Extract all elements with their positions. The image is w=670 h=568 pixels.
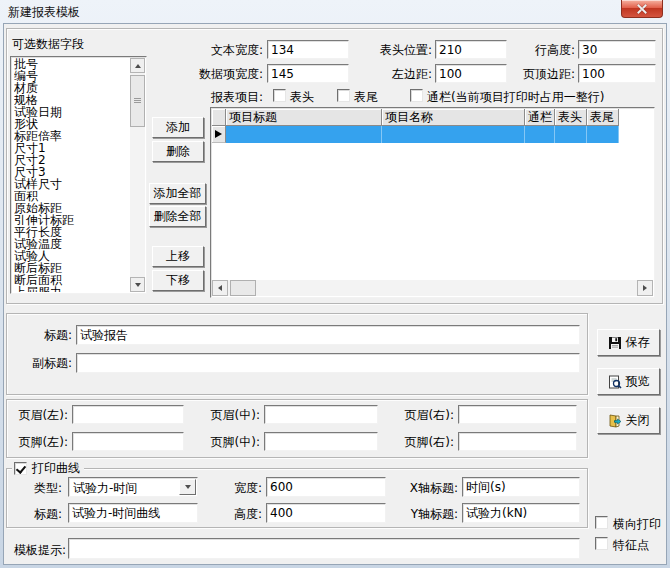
table-footer-checkbox[interactable] (337, 89, 350, 102)
close-window-button[interactable] (621, 0, 663, 18)
scrollbar-thumb[interactable] (130, 75, 145, 127)
fields-listbox[interactable]: 批号编号材质规格试验日期形状标距倍率尺寸1尺寸2尺寸3试样尺寸面积原始标距引伸计… (10, 56, 147, 294)
curve-height-input[interactable] (266, 503, 386, 523)
add-all-button[interactable]: 添加全部 (149, 183, 206, 204)
full-row-checkbox[interactable] (410, 89, 423, 102)
header-left-input[interactable] (72, 405, 184, 424)
report-subtitle-label: 副标题: (14, 356, 72, 370)
list-item[interactable]: 原始标距 (14, 202, 129, 214)
list-item[interactable]: 形状 (14, 118, 129, 130)
footer-center-input[interactable] (264, 432, 378, 451)
list-item[interactable]: 尺寸3 (14, 166, 129, 178)
header-pos-input[interactable] (435, 40, 507, 59)
dialog-window: 新建报表模板 可选数据字段 批号编号材质规格试验日期形状标距倍率尺寸1尺寸2尺寸… (0, 0, 670, 568)
add-all-button-label: 添加全部 (154, 185, 202, 202)
yaxis-title-input[interactable] (462, 503, 580, 523)
close-button[interactable]: 关闭 (597, 407, 660, 434)
table-header-checkbox-label: 表头 (290, 90, 314, 104)
row-height-input[interactable] (578, 40, 656, 59)
scroll-down-button[interactable] (130, 277, 145, 292)
footer-right-input[interactable] (458, 432, 577, 451)
column-header-item-title: 项目标题 (226, 109, 382, 126)
data-width-input[interactable] (267, 64, 349, 83)
scroll-up-button[interactable] (130, 58, 145, 73)
list-item[interactable]: 批号 (14, 58, 129, 70)
selected-cell[interactable] (382, 126, 525, 143)
list-item[interactable]: 平行长度 (14, 226, 129, 238)
list-item[interactable]: 尺寸2 (14, 154, 129, 166)
current-row-indicator (212, 126, 226, 143)
fields-list: 批号编号材质规格试验日期形状标距倍率尺寸1尺寸2尺寸3试样尺寸面积原始标距引伸计… (14, 58, 129, 292)
preview-button[interactable]: 预览 (597, 368, 660, 395)
list-item[interactable]: 引伸计标距 (14, 214, 129, 226)
header-right-input[interactable] (458, 405, 577, 424)
header-center-input[interactable] (264, 405, 378, 424)
list-item[interactable]: 试验人 (14, 250, 129, 262)
selected-cell[interactable] (555, 126, 587, 143)
move-down-button[interactable]: 下移 (152, 270, 204, 291)
list-item[interactable]: 尺寸1 (14, 142, 129, 154)
hscrollbar-thumb[interactable] (230, 280, 256, 296)
xaxis-title-label: X轴标题: (398, 481, 458, 495)
list-item[interactable]: 规格 (14, 94, 129, 106)
list-item[interactable]: 材质 (14, 82, 129, 94)
left-margin-input[interactable] (435, 64, 507, 83)
list-item[interactable]: 标距倍率 (14, 130, 129, 142)
table-footer-checkbox-label: 表尾 (354, 90, 378, 104)
list-item[interactable]: 上屈服力 (14, 286, 129, 292)
dropdown-button[interactable] (179, 479, 196, 495)
feature-points-label: 特征点 (613, 538, 649, 552)
report-subtitle-input[interactable] (76, 353, 580, 373)
scroll-left-button[interactable] (212, 280, 228, 296)
column-header-fullrow: 通栏 (525, 109, 555, 126)
exit-door-icon (608, 414, 622, 428)
current-row-icon (215, 130, 222, 138)
curve-type-select[interactable]: 试验力-时间 (68, 477, 198, 497)
data-width-label: 数据项宽度: (176, 67, 263, 81)
list-item[interactable]: 试验日期 (14, 106, 129, 118)
footer-left-label: 页脚(左): (8, 435, 68, 449)
curve-title-label: 标题: (28, 507, 62, 521)
save-button[interactable]: 保存 (597, 329, 660, 356)
add-button[interactable]: 添加 (152, 117, 204, 138)
header-center-label: 页眉(中): (200, 408, 260, 422)
text-width-input[interactable] (267, 40, 349, 59)
selected-cell[interactable] (525, 126, 555, 143)
table-row[interactable] (212, 126, 619, 143)
xaxis-title-input[interactable] (462, 477, 580, 497)
footer-center-label: 页脚(中): (200, 435, 260, 449)
scroll-right-button[interactable] (637, 280, 653, 296)
preview-icon (608, 375, 622, 389)
feature-points-checkbox[interactable] (595, 537, 608, 550)
list-item[interactable]: 试样尺寸 (14, 178, 129, 190)
curve-title-input[interactable] (68, 503, 198, 523)
template-hint-label: 模板提示: (6, 543, 66, 557)
table-header-row: 项目标题 项目名称 通栏 表头 表尾 (212, 109, 619, 126)
move-up-button[interactable]: 上移 (152, 246, 204, 267)
list-item[interactable]: 断后标距 (14, 262, 129, 274)
footer-left-input[interactable] (72, 432, 184, 451)
remove-all-button-label: 删除全部 (154, 208, 202, 225)
list-item[interactable]: 面积 (14, 190, 129, 202)
fields-list-scrollbar[interactable] (130, 58, 145, 292)
report-title-input[interactable] (76, 325, 580, 345)
list-item[interactable]: 试验温度 (14, 238, 129, 250)
report-items-table[interactable]: 项目标题 项目名称 通栏 表头 表尾 (210, 107, 655, 298)
top-margin-label: 页顶边距: (503, 67, 575, 81)
list-item[interactable]: 编号 (14, 70, 129, 82)
selected-cell[interactable] (226, 126, 382, 143)
curve-width-input[interactable] (266, 477, 386, 497)
selector-column-header (212, 109, 226, 126)
template-hint-input[interactable] (68, 538, 580, 559)
table-horizontal-scrollbar[interactable] (212, 280, 653, 296)
selected-cell[interactable] (587, 126, 619, 143)
text-width-label: 文本宽度: (186, 43, 263, 57)
list-item[interactable]: 断后面积 (14, 274, 129, 286)
remove-all-button[interactable]: 删除全部 (149, 206, 206, 227)
table-header-checkbox[interactable] (273, 89, 286, 102)
top-margin-input[interactable] (578, 64, 656, 83)
landscape-print-checkbox[interactable] (595, 516, 608, 529)
print-curve-checkbox[interactable] (14, 462, 27, 475)
remove-button[interactable]: 删除 (152, 141, 204, 162)
header-right-label: 页眉(右): (394, 408, 454, 422)
